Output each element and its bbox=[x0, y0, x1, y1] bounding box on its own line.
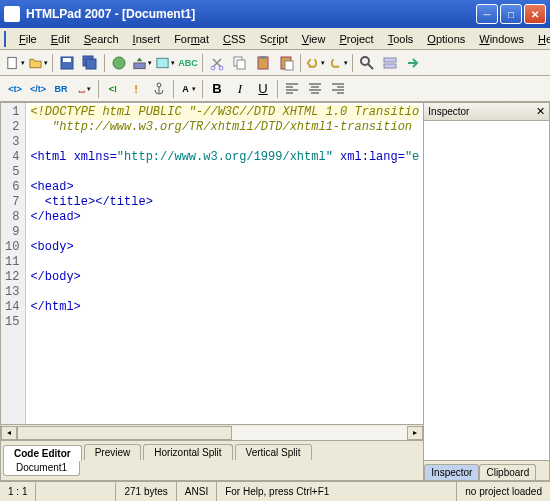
window-controls: ─ □ ✕ bbox=[476, 4, 546, 24]
preview-button[interactable] bbox=[154, 52, 176, 74]
svg-rect-15 bbox=[285, 61, 293, 70]
separator bbox=[300, 54, 301, 72]
separator bbox=[104, 54, 105, 72]
inspector-header: Inspector ✕ bbox=[424, 103, 549, 121]
inspector-close-button[interactable]: ✕ bbox=[536, 105, 545, 118]
svg-rect-2 bbox=[63, 58, 71, 62]
italic-button[interactable]: I bbox=[229, 78, 251, 100]
svg-rect-6 bbox=[134, 63, 145, 69]
redo-button[interactable] bbox=[327, 52, 349, 74]
menu-windows[interactable]: Windows bbox=[472, 31, 531, 47]
menu-script[interactable]: Script bbox=[253, 31, 295, 47]
menu-project[interactable]: Project bbox=[332, 31, 380, 47]
code-content[interactable]: <!DOCTYPE html PUBLIC "-//W3C//DTD XHTML… bbox=[26, 103, 423, 424]
open-button[interactable] bbox=[27, 52, 49, 74]
status-size: 271 bytes bbox=[116, 482, 176, 501]
view-tab-vertical-split[interactable]: Vertical Split bbox=[235, 444, 312, 460]
menu-options[interactable]: Options bbox=[420, 31, 472, 47]
menubar: FileEditSearchInsertFormatCSSScriptViewP… bbox=[0, 28, 550, 50]
find-button[interactable] bbox=[356, 52, 378, 74]
status-encoding: ANSI bbox=[177, 482, 217, 501]
view-tab-preview[interactable]: Preview bbox=[84, 444, 142, 460]
paste-button[interactable] bbox=[252, 52, 274, 74]
toolbar-main: ABC bbox=[0, 50, 550, 76]
window-title: HTMLPad 2007 - [Document1] bbox=[26, 7, 476, 21]
menu-tools[interactable]: Tools bbox=[381, 31, 421, 47]
menu-format[interactable]: Format bbox=[167, 31, 216, 47]
underline-button[interactable]: U bbox=[252, 78, 274, 100]
separator bbox=[52, 54, 53, 72]
menu-css[interactable]: CSS bbox=[216, 31, 253, 47]
mdi-icon[interactable] bbox=[4, 31, 6, 47]
align-center-button[interactable] bbox=[304, 78, 326, 100]
menu-edit[interactable]: Edit bbox=[44, 31, 77, 47]
menu-file[interactable]: File bbox=[12, 31, 44, 47]
svg-rect-4 bbox=[86, 59, 96, 69]
endtag-button[interactable]: </t> bbox=[27, 78, 49, 100]
svg-point-16 bbox=[361, 57, 369, 65]
scroll-left-button[interactable]: ◂ bbox=[1, 426, 17, 440]
separator bbox=[202, 80, 203, 98]
scroll-right-button[interactable]: ▸ bbox=[407, 426, 423, 440]
h-scrollbar: ◂ ▸ bbox=[1, 424, 423, 440]
svg-rect-7 bbox=[157, 58, 168, 67]
separator bbox=[98, 80, 99, 98]
svg-point-5 bbox=[113, 57, 125, 69]
validate-button[interactable]: ! bbox=[125, 78, 147, 100]
scroll-track[interactable] bbox=[17, 426, 407, 440]
minimize-button[interactable]: ─ bbox=[476, 4, 498, 24]
align-right-button[interactable] bbox=[327, 78, 349, 100]
status-position: 1 : 1 bbox=[0, 482, 36, 501]
comment-button[interactable]: <! bbox=[102, 78, 124, 100]
view-tab-code-editor[interactable]: Code Editor bbox=[3, 445, 82, 461]
save-button[interactable] bbox=[56, 52, 78, 74]
ftp-button[interactable] bbox=[108, 52, 130, 74]
replace-button[interactable] bbox=[379, 52, 401, 74]
new-button[interactable] bbox=[4, 52, 26, 74]
goto-button[interactable] bbox=[402, 52, 424, 74]
separator bbox=[173, 80, 174, 98]
svg-rect-18 bbox=[384, 64, 396, 68]
inspector-tab-inspector[interactable]: Inspector bbox=[424, 464, 479, 480]
anchor-button[interactable] bbox=[148, 78, 170, 100]
copy-button[interactable] bbox=[229, 52, 251, 74]
tag-button[interactable]: <t> bbox=[4, 78, 26, 100]
status-project: no project loaded bbox=[457, 482, 550, 501]
undo-button[interactable] bbox=[304, 52, 326, 74]
nbsp-button[interactable]: ⎵ bbox=[73, 78, 95, 100]
doc-tab[interactable]: Document1 bbox=[3, 460, 80, 476]
br-button[interactable]: BR bbox=[50, 78, 72, 100]
status-blank bbox=[36, 482, 116, 501]
code-editor[interactable]: 123456789101112131415 <!DOCTYPE html PUB… bbox=[1, 103, 423, 424]
inspector-body bbox=[424, 121, 549, 460]
format-button[interactable]: A bbox=[177, 78, 199, 100]
toolbar-html: <t> </t> BR ⎵ <! ! A B I U bbox=[0, 76, 550, 102]
menu-help[interactable]: Help bbox=[531, 31, 550, 47]
menu-insert[interactable]: Insert bbox=[126, 31, 168, 47]
status-help: For Help, press Ctrl+F1 bbox=[217, 482, 457, 501]
separator bbox=[352, 54, 353, 72]
scroll-thumb[interactable] bbox=[17, 426, 232, 440]
line-gutter: 123456789101112131415 bbox=[1, 103, 26, 424]
menu-search[interactable]: Search bbox=[77, 31, 126, 47]
menu-view[interactable]: View bbox=[295, 31, 333, 47]
upload-button[interactable] bbox=[131, 52, 153, 74]
close-button[interactable]: ✕ bbox=[524, 4, 546, 24]
bold-button[interactable]: B bbox=[206, 78, 228, 100]
view-tab-horizontal-split[interactable]: Horizontal Split bbox=[143, 444, 232, 460]
svg-rect-0 bbox=[8, 57, 16, 68]
cut-button[interactable] bbox=[206, 52, 228, 74]
spellcheck-button[interactable]: ABC bbox=[177, 52, 199, 74]
statusbar: 1 : 1 271 bytes ANSI For Help, press Ctr… bbox=[0, 481, 550, 501]
view-tabs: Code EditorPreviewHorizontal SplitVertic… bbox=[1, 440, 423, 460]
inspector-tab-clipboard[interactable]: Clipboard bbox=[479, 464, 536, 480]
maximize-button[interactable]: □ bbox=[500, 4, 522, 24]
svg-rect-13 bbox=[260, 56, 266, 59]
paste-special-button[interactable] bbox=[275, 52, 297, 74]
document-tabs: Document1 bbox=[1, 460, 423, 480]
inspector-pane: Inspector ✕ InspectorClipboard bbox=[424, 102, 550, 481]
titlebar: HTMLPad 2007 - [Document1] ─ □ ✕ bbox=[0, 0, 550, 28]
align-left-button[interactable] bbox=[281, 78, 303, 100]
svg-point-19 bbox=[157, 83, 161, 87]
save-all-button[interactable] bbox=[79, 52, 101, 74]
